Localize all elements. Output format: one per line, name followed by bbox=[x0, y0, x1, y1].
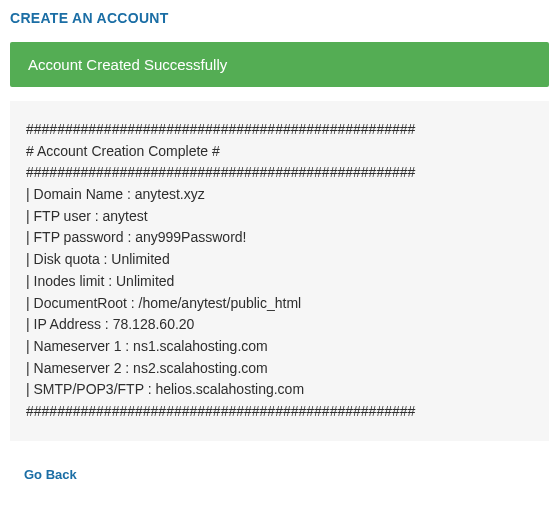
success-alert: Account Created Successfully bbox=[10, 42, 549, 87]
output-line: ########################################… bbox=[26, 121, 415, 137]
output-line: | FTP password : any999Password! bbox=[26, 229, 246, 245]
output-line: | Inodes limit : Unlimited bbox=[26, 273, 174, 289]
output-line: | DocumentRoot : /home/anytest/public_ht… bbox=[26, 295, 301, 311]
content-wrap: Account Created Successfully ###########… bbox=[0, 42, 559, 483]
output-line: | SMTP/POP3/FTP : helios.scalahosting.co… bbox=[26, 381, 304, 397]
page-title: CREATE AN ACCOUNT bbox=[0, 0, 559, 42]
output-line: | Nameserver 1 : ns1.scalahosting.com bbox=[26, 338, 268, 354]
output-line: | Disk quota : Unlimited bbox=[26, 251, 170, 267]
output-line: ########################################… bbox=[26, 164, 415, 180]
output-line: # Account Creation Complete # bbox=[26, 143, 220, 159]
output-line: | Nameserver 2 : ns2.scalahosting.com bbox=[26, 360, 268, 376]
output-line: | Domain Name : anytest.xyz bbox=[26, 186, 205, 202]
output-line: | IP Address : 78.128.60.20 bbox=[26, 316, 194, 332]
go-back-link[interactable]: Go Back bbox=[24, 467, 77, 482]
output-line: ########################################… bbox=[26, 403, 415, 419]
output-line: | FTP user : anytest bbox=[26, 208, 148, 224]
account-output-box: ########################################… bbox=[10, 101, 549, 441]
